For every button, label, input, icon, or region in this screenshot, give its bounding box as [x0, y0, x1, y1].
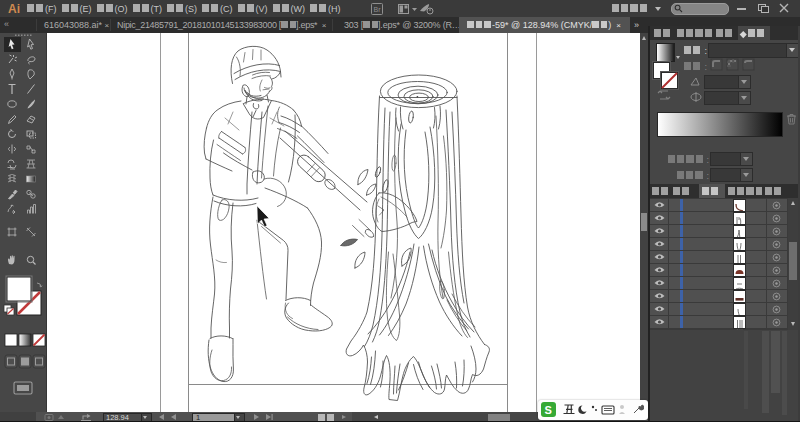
svg-text:Br: Br: [374, 6, 382, 13]
